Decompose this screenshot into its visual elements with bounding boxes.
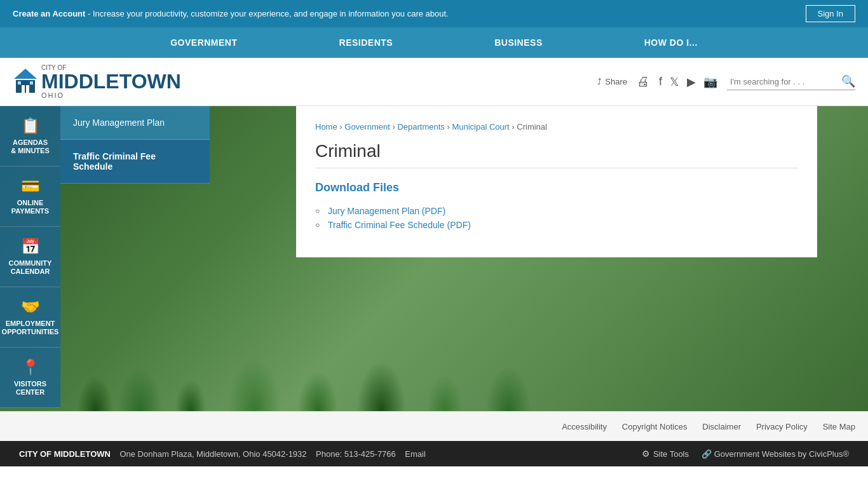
breadcrumb-departments[interactable]: Departments [397, 122, 444, 132]
quick-links-sidebar: 📋 AGENDAS& MINUTES 💳 ONLINEPAYMENTS 📅 CO… [0, 106, 60, 408]
top-banner: Create an Account - Increase your produc… [0, 0, 868, 27]
youtube-icon[interactable]: ▶ [687, 75, 696, 89]
breadcrumb: Home › Government › Departments › Munici… [315, 122, 798, 132]
agendas-icon: 📋 [21, 117, 40, 135]
civic-plus-icon: 🔗 [702, 449, 712, 459]
footer-city-info: CITY OF MIDDLETOWN One Donham Plaza, Mid… [19, 449, 426, 459]
sign-in-button[interactable]: Sign In [806, 5, 855, 22]
breadcrumb-government[interactable]: Government [344, 122, 390, 132]
site-tools-button[interactable]: ⚙ Site Tools [642, 449, 689, 459]
footer-city-name: CITY OF MIDDLETOWN [19, 449, 111, 459]
visitors-icon: 📍 [21, 358, 40, 376]
content-panel: Home › Government › Departments › Munici… [296, 106, 817, 257]
footer-privacy[interactable]: Privacy Policy [756, 422, 808, 431]
quick-link-payments[interactable]: 💳 ONLINEPAYMENTS [0, 166, 60, 227]
share-icon: ⤴ [597, 77, 602, 86]
site-header: CITY OF MIDDLETOWN OHIO ⤴ Share 🖨 f 𝕏 ▶ … [0, 58, 868, 106]
logo-city-name: MIDDLETOWN [41, 71, 181, 92]
quick-link-calendar[interactable]: 📅 COMMUNITYCALENDAR [0, 227, 60, 287]
employment-label: EMPLOYMENTOPPORTUNITIES [2, 320, 59, 336]
print-icon[interactable]: 🖨 [637, 74, 649, 89]
sub-nav-traffic[interactable]: Traffic Criminal Fee Schedule [60, 140, 210, 184]
footer-phone-email-sep [398, 449, 405, 459]
site-tools-label: Site Tools [653, 449, 689, 459]
search-area: 🔍 [727, 74, 855, 90]
quick-link-employment[interactable]: 🤝 EMPLOYMENTOPPORTUNITIES [0, 287, 60, 348]
social-icons: f 𝕏 ▶ 📷 [659, 75, 717, 89]
sub-nav-jury[interactable]: Jury Management Plan [60, 106, 210, 140]
sub-navigation: Jury Management Plan Traffic Criminal Fe… [60, 106, 210, 184]
payments-label: ONLINEPAYMENTS [11, 199, 49, 215]
footer-address-text: One Donham Plaza, Middletown, Ohio 45042… [119, 449, 306, 459]
jury-plan-download-link[interactable]: Jury Management Plan (PDF) [328, 206, 445, 216]
create-account-link[interactable]: Create an Account [13, 9, 85, 18]
footer-phone: Phone: 513-425-7766 [316, 449, 396, 459]
footer-accessibility[interactable]: Accessibility [562, 422, 607, 431]
logo-text: CITY OF MIDDLETOWN OHIO [41, 64, 181, 99]
svg-marker-1 [14, 69, 37, 79]
footer-copyright[interactable]: Copyright Notices [622, 422, 688, 431]
gear-icon: ⚙ [642, 449, 650, 459]
footer-bottom-right: ⚙ Site Tools 🔗 Government Websites by Ci… [642, 449, 849, 459]
breadcrumb-municipal-court[interactable]: Municipal Court [452, 122, 509, 132]
traffic-fee-download-link[interactable]: Traffic Criminal Fee Schedule (PDF) [328, 220, 471, 230]
search-button[interactable]: 🔍 [841, 74, 855, 88]
list-item: Traffic Criminal Fee Schedule (PDF) [315, 218, 798, 232]
visitors-label: VISITORSCENTER [14, 380, 46, 396]
banner-description: - Increase your productivity, customize … [88, 9, 449, 18]
employment-icon: 🤝 [21, 298, 40, 316]
header-right: ⤴ Share 🖨 f 𝕏 ▶ 📷 🔍 [597, 74, 855, 90]
nav-residents[interactable]: RESIDENTS [288, 27, 444, 58]
footer-bottom: CITY OF MIDDLETOWN One Donham Plaza, Mid… [0, 441, 868, 466]
footer-phone-separator [309, 449, 316, 459]
footer-disclaimer[interactable]: Disclaimer [702, 422, 741, 431]
breadcrumb-home[interactable]: Home [315, 122, 337, 132]
breadcrumb-current: Criminal [517, 122, 547, 132]
city-logo-icon [13, 67, 38, 96]
logo-area: CITY OF MIDDLETOWN OHIO [13, 64, 181, 99]
footer-sitemap[interactable]: Site Map [823, 422, 855, 431]
instagram-icon[interactable]: 📷 [703, 75, 717, 89]
nav-how-do-i[interactable]: HOW DO I... [593, 27, 749, 58]
payments-icon: 💳 [21, 177, 40, 195]
powered-by: 🔗 Government Websites by CivicPlus® [702, 449, 849, 459]
svg-rect-5 [30, 81, 33, 85]
facebook-icon[interactable]: f [659, 75, 662, 89]
quick-link-visitors[interactable]: 📍 VISITORSCENTER [0, 348, 60, 408]
quick-link-agendas[interactable]: 📋 AGENDAS& MINUTES [0, 106, 60, 166]
share-label: Share [605, 77, 627, 86]
calendar-icon: 📅 [21, 238, 40, 255]
share-button[interactable]: ⤴ Share [597, 77, 627, 86]
footer-links: Accessibility Copyright Notices Disclaim… [0, 411, 868, 441]
civic-plus-text: Government Websites by CivicPlus® [714, 449, 849, 459]
list-item: Jury Management Plan (PDF) [315, 204, 798, 218]
calendar-label: COMMUNITYCALENDAR [9, 259, 52, 276]
agendas-label: AGENDAS& MINUTES [11, 139, 50, 155]
file-list: Jury Management Plan (PDF) Traffic Crimi… [315, 204, 798, 232]
twitter-icon[interactable]: 𝕏 [670, 75, 679, 89]
svg-rect-3 [26, 85, 29, 93]
banner-text: Create an Account - Increase your produc… [13, 9, 449, 18]
search-input[interactable] [727, 74, 841, 90]
nav-government[interactable]: GOVERNMENT [119, 27, 288, 58]
nav-business[interactable]: BUSINESS [444, 27, 593, 58]
page-title: Criminal [315, 141, 798, 168]
svg-rect-2 [22, 85, 25, 93]
footer-address [113, 449, 120, 459]
svg-rect-4 [18, 81, 21, 85]
hero-background: 📋 AGENDAS& MINUTES 💳 ONLINEPAYMENTS 📅 CO… [0, 106, 868, 411]
footer-email-link[interactable]: Email [405, 449, 426, 459]
main-navigation: GOVERNMENT RESIDENTS BUSINESS HOW DO I..… [0, 27, 868, 58]
download-files-title: Download Files [315, 181, 798, 194]
